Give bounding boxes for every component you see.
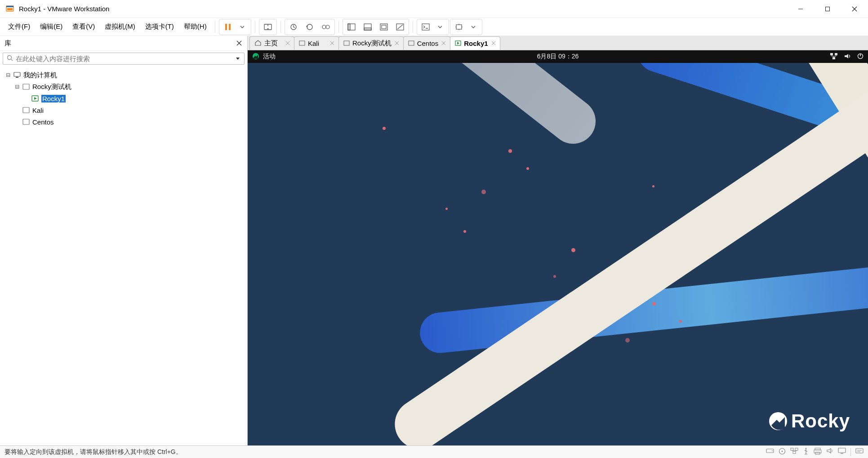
tab-centos[interactable]: Centos (403, 36, 451, 50)
toolbar-stretch-dropdown[interactable] (466, 20, 481, 34)
svg-rect-53 (830, 53, 833, 55)
toolbar-view-sidebar-button[interactable] (344, 20, 359, 34)
svg-line-27 (11, 59, 13, 61)
status-messages-icon[interactable] (855, 448, 864, 456)
toolbar-view-unity-button[interactable] (392, 20, 408, 34)
svg-rect-4 (826, 7, 830, 11)
tree-folder-rocky-test[interactable]: ⊟ Rocky测试机 (2, 81, 245, 93)
toolbar-power-pause-button[interactable] (220, 20, 236, 34)
power-icon[interactable] (857, 53, 864, 61)
toolbar-view-console-button[interactable] (360, 20, 375, 34)
menu-vm[interactable]: 虚拟机(M) (100, 21, 140, 33)
svg-rect-65 (793, 451, 796, 454)
svg-marker-33 (34, 97, 37, 100)
svg-point-26 (8, 56, 12, 60)
status-cd-icon[interactable] (779, 448, 786, 456)
vm-running-icon (455, 40, 461, 47)
svg-rect-8 (229, 24, 231, 30)
tree-collapse-icon[interactable]: ⊟ (13, 82, 22, 91)
tree-vm-rocky1[interactable]: Rocky1 (2, 93, 245, 104)
tree-collapse-icon[interactable]: ⊟ (4, 71, 13, 80)
toolbar-snapshot-revert-button[interactable] (302, 20, 317, 34)
status-display-icon[interactable] (838, 448, 846, 456)
toolbar-console-button[interactable] (418, 20, 433, 34)
gnome-activities-label: 活动 (263, 53, 276, 61)
sidebar-search-input[interactable] (16, 55, 235, 62)
vm-guest-display[interactable]: Rocky 活动 6月8日 09：26 (248, 50, 868, 445)
gnome-activities-button[interactable]: 活动 (252, 53, 276, 61)
toolbar-snapshot-take-button[interactable] (286, 20, 301, 34)
toolbar-console-dropdown[interactable] (432, 20, 448, 34)
sidebar-close-button[interactable] (234, 38, 245, 49)
tab-label: Kali (308, 40, 319, 47)
status-usb-icon[interactable] (803, 448, 809, 456)
svg-rect-54 (835, 53, 837, 55)
toolbar-view-fullscreen-button[interactable] (376, 20, 392, 34)
svg-point-66 (806, 448, 807, 449)
network-icon[interactable] (830, 53, 837, 61)
svg-rect-19 (382, 25, 386, 29)
status-hdd-icon[interactable] (766, 448, 774, 456)
sidebar-search-dropdown[interactable] (235, 55, 240, 62)
status-net-icon[interactable] (790, 448, 798, 456)
status-printer-icon[interactable] (814, 448, 822, 456)
svg-rect-38 (299, 41, 305, 45)
sidebar-search[interactable] (3, 53, 245, 65)
menu-edit[interactable]: 编辑(E) (36, 21, 67, 33)
tab-label: Centos (417, 40, 439, 47)
window-minimize-button[interactable] (787, 0, 814, 18)
window-maximize-button[interactable] (814, 0, 841, 18)
menu-help[interactable]: 帮助(H) (179, 21, 211, 33)
toolbar-snapshot-manager-button[interactable] (318, 20, 334, 34)
tab-close-button[interactable] (393, 40, 401, 47)
vm-off-icon (343, 40, 350, 47)
toolbar-power-dropdown[interactable] (235, 20, 250, 34)
window-close-button[interactable] (841, 0, 868, 18)
tab-rocky-test[interactable]: Rocky测试机 (338, 36, 404, 50)
svg-point-60 (772, 450, 773, 451)
tab-close-button[interactable] (440, 40, 447, 47)
menu-view[interactable]: 查看(V) (68, 21, 99, 33)
toolbar-send-ctrl-alt-del-button[interactable] (260, 20, 276, 34)
rocky-brand-text: Rocky (791, 410, 850, 432)
tab-close-button[interactable] (284, 40, 291, 47)
svg-rect-35 (23, 119, 29, 125)
sidebar-title: 库 (4, 39, 234, 48)
computer-icon (13, 71, 22, 80)
gnome-top-bar[interactable]: 活动 6月8日 09：26 (248, 50, 868, 63)
svg-rect-23 (456, 25, 462, 29)
svg-point-62 (782, 451, 783, 452)
vm-off-icon (22, 82, 31, 91)
toolbar-stretch-button[interactable] (451, 20, 467, 34)
svg-point-13 (326, 25, 329, 29)
svg-rect-30 (16, 77, 18, 78)
svg-rect-17 (364, 28, 371, 30)
tab-kali[interactable]: Kali (294, 36, 339, 50)
tree-vm-centos[interactable]: Centos (2, 116, 245, 128)
menu-tabs[interactable]: 选项卡(T) (141, 21, 178, 33)
status-sound-icon[interactable] (826, 448, 833, 456)
tree-root-my-computer[interactable]: ⊟ 我的计算机 (2, 69, 245, 81)
rocky-hat-icon (252, 53, 259, 61)
svg-rect-1 (6, 6, 13, 7)
tab-rocky1[interactable]: Rocky1 (450, 36, 500, 50)
volume-icon[interactable] (844, 53, 851, 61)
tab-home[interactable]: 主页 (249, 36, 294, 50)
home-icon (254, 40, 262, 47)
svg-rect-34 (23, 107, 29, 113)
svg-marker-48 (457, 42, 459, 44)
gnome-datetime[interactable]: 6月8日 09：26 (537, 53, 579, 61)
tab-close-button[interactable] (490, 40, 497, 47)
tree-root-label: 我的计算机 (23, 71, 57, 80)
svg-rect-73 (856, 449, 863, 453)
tab-close-button[interactable] (329, 40, 336, 47)
menu-file[interactable]: 文件(F) (4, 21, 35, 33)
svg-rect-68 (814, 450, 821, 453)
svg-rect-44 (409, 41, 414, 45)
status-bar: 要将输入定向到该虚拟机，请将鼠标指针移入其中或按 Ctrl+G。 (0, 445, 868, 458)
tree-item-label: Kali (32, 107, 44, 114)
tree-vm-kali[interactable]: Kali (2, 104, 245, 116)
svg-rect-67 (815, 448, 820, 450)
window-title-bar: Rocky1 - VMware Workstation (0, 0, 868, 18)
tab-label: Rocky测试机 (352, 39, 392, 48)
